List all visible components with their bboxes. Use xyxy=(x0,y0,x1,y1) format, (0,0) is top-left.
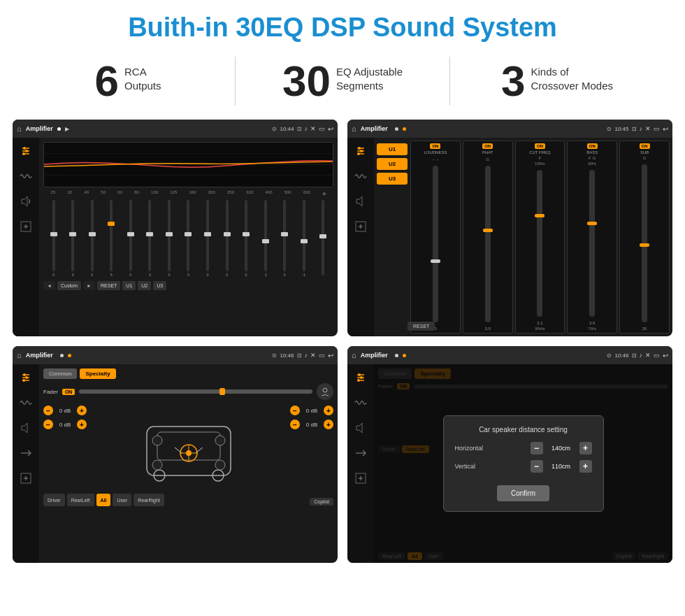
distance-dialog: Car speaker distance setting Horizontal … xyxy=(374,364,672,563)
eq-slider-11[interactable]: -1 xyxy=(257,200,275,277)
vol-plus-4[interactable]: + xyxy=(324,420,333,429)
confirm-button[interactable]: Confirm xyxy=(497,485,549,501)
btn-copilot-3[interactable]: Copilot xyxy=(310,498,333,506)
eq-slider-7[interactable]: 0 xyxy=(180,200,198,277)
sidebar-wave-icon-4[interactable] xyxy=(353,395,368,410)
sidebar-tune-icon-2[interactable] xyxy=(353,143,368,159)
btn-rearleft-3[interactable]: RearLeft xyxy=(67,494,94,506)
back-icon[interactable]: ↩ xyxy=(328,125,333,133)
horizontal-val: 140cm xyxy=(547,445,575,452)
amp-channels: ON LOUDNESS ~~ 0 xyxy=(410,141,670,334)
eq-slider-8[interactable]: 0 xyxy=(199,200,217,277)
sidebar-speaker-icon-3[interactable] xyxy=(18,420,34,436)
sidebar-speaker-icon-2[interactable] xyxy=(353,194,368,209)
btn-user-3[interactable]: User xyxy=(113,494,131,506)
back-icon-2[interactable]: ↩ xyxy=(663,125,668,133)
window-icon-3[interactable] xyxy=(319,352,325,359)
sidebar-tune-icon-4[interactable] xyxy=(353,370,368,385)
cutfreq-slider[interactable] xyxy=(537,170,542,317)
eq-slider-5[interactable]: 0 xyxy=(141,200,159,277)
btn-all-3[interactable]: All xyxy=(96,494,111,506)
home-icon[interactable] xyxy=(17,124,22,133)
vol-minus-3[interactable]: − xyxy=(290,406,300,415)
eq-custom-btn[interactable]: Custom xyxy=(57,281,81,290)
eq-slider-1[interactable]: 0 xyxy=(64,200,82,277)
btn-rearright-3[interactable]: RearRight xyxy=(134,494,164,506)
screen-crossover: Amplifier 10:46 ↩ xyxy=(13,346,338,563)
sidebar-wave-icon-3[interactable] xyxy=(18,395,34,410)
sidebar-speaker-icon[interactable] xyxy=(18,194,34,209)
home-icon-4[interactable] xyxy=(352,351,356,359)
avatar-icon[interactable] xyxy=(317,383,333,400)
sidebar-expand-icon-2[interactable] xyxy=(353,219,368,234)
fader-slider[interactable] xyxy=(79,389,312,394)
back-icon-3[interactable]: ↩ xyxy=(328,352,333,359)
horizontal-plus-btn[interactable]: + xyxy=(579,442,592,454)
fader-on-badge[interactable]: ON xyxy=(62,389,75,395)
preset-u2[interactable]: U2 xyxy=(377,158,408,170)
preset-u3[interactable]: U3 xyxy=(377,173,408,185)
window-icon[interactable] xyxy=(319,125,325,132)
eq-slider-13[interactable]: -1 xyxy=(295,200,313,277)
sidebar-expand-icon-3[interactable] xyxy=(18,471,34,486)
close-icon[interactable] xyxy=(310,125,316,132)
eq-slider-2[interactable]: 0 xyxy=(83,200,101,277)
eq-slider-9[interactable]: 0 xyxy=(218,200,236,277)
tab-common-3[interactable]: Common xyxy=(43,368,77,379)
bass-slider[interactable] xyxy=(589,170,595,317)
screen3-bottom-btns: Driver RearLeft All User RearRight Copil… xyxy=(43,494,333,506)
eq-u2-btn[interactable]: U2 xyxy=(138,281,151,290)
eq-u3-btn[interactable]: U3 xyxy=(153,281,166,290)
sidebar-expand-icon-4[interactable] xyxy=(353,471,368,486)
close-icon-3[interactable] xyxy=(310,352,316,359)
sidebar-speaker-icon-4[interactable] xyxy=(353,420,368,436)
sidebar-wave-icon-2[interactable] xyxy=(353,169,368,184)
cutfreq-on: ON xyxy=(535,143,545,149)
sidebar-arrow-icon-4[interactable] xyxy=(353,445,368,461)
eq-slider-10[interactable]: 0 xyxy=(237,200,255,277)
vertical-plus-btn[interactable]: + xyxy=(579,460,592,473)
eq-sliders: 0 0 0 5 0 0 0 0 0 0 0 -1 0 -1 xyxy=(43,200,333,277)
phat-slider[interactable] xyxy=(485,166,491,322)
btn-driver-3[interactable]: Driver xyxy=(43,494,65,506)
vol-plus-3[interactable]: + xyxy=(324,406,333,415)
vol-minus-1[interactable]: − xyxy=(43,406,53,415)
screen4-dot xyxy=(395,354,398,357)
eq-u1-btn[interactable]: U1 xyxy=(122,281,136,290)
sub-slider[interactable] xyxy=(642,164,647,322)
eq-next-btn[interactable]: ► xyxy=(83,281,95,290)
window-icon-4[interactable] xyxy=(654,352,660,359)
vol-minus-4[interactable]: − xyxy=(290,420,300,429)
vol-minus-2[interactable]: − xyxy=(43,420,53,429)
home-icon-3[interactable] xyxy=(17,351,22,359)
eq-prev-btn[interactable]: ◄ xyxy=(43,281,55,290)
vol-plus-1[interactable]: + xyxy=(77,406,87,415)
location-icon-3 xyxy=(272,352,277,359)
amp2-reset-btn[interactable]: RESET xyxy=(408,322,435,331)
sidebar-tune-icon-3[interactable] xyxy=(18,370,34,385)
sidebar-tune-icon[interactable] xyxy=(18,143,34,159)
sidebar-expand-icon[interactable] xyxy=(18,219,34,234)
vol-right-2: − 0 dB + xyxy=(290,420,333,429)
sidebar-wave-icon[interactable] xyxy=(18,169,34,184)
home-icon-2[interactable] xyxy=(352,124,356,133)
eq-slider-3[interactable]: 5 xyxy=(103,200,121,277)
eq-reset-btn[interactable]: RESET xyxy=(97,281,120,290)
close-icon-4[interactable] xyxy=(645,352,651,359)
eq-slider-0[interactable]: 0 xyxy=(45,200,63,277)
preset-u1[interactable]: U1 xyxy=(377,143,408,155)
close-icon-2[interactable] xyxy=(645,125,651,132)
tab-specialty-3[interactable]: Specialty xyxy=(80,368,115,379)
eq-slider-6[interactable]: 0 xyxy=(160,200,178,277)
back-icon-4[interactable]: ↩ xyxy=(663,352,668,359)
eq-slider-4[interactable]: 0 xyxy=(122,200,140,277)
sub-label: SUB xyxy=(640,150,649,155)
sidebar-arrow-icon-3[interactable] xyxy=(18,445,34,461)
horizontal-minus-btn[interactable]: − xyxy=(531,442,543,454)
eq-slider-12[interactable]: 0 xyxy=(275,200,294,277)
vol-plus-2[interactable]: + xyxy=(77,420,87,429)
vertical-minus-btn[interactable]: − xyxy=(531,460,543,473)
eq-slider-14[interactable] xyxy=(314,200,332,277)
loudness-slider[interactable] xyxy=(433,166,438,322)
window-icon-2[interactable] xyxy=(654,125,660,132)
